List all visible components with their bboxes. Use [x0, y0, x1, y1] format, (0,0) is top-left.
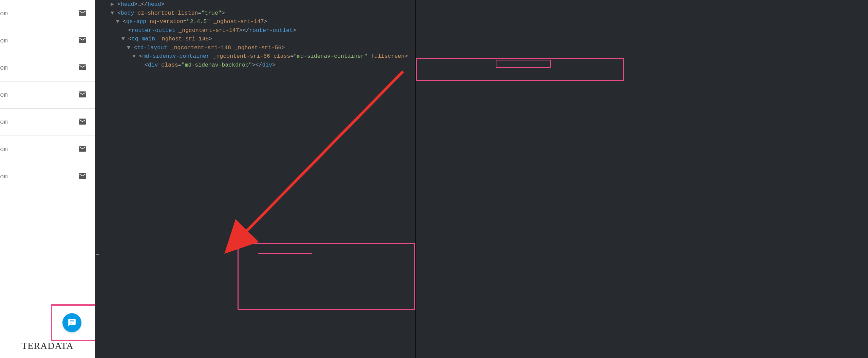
list-item-text: om	[0, 173, 8, 180]
app-preview-panel: om om om om om om om TERADATA	[0, 0, 95, 358]
disclosure-triangle-icon[interactable]: ▼	[121, 36, 125, 42]
list-item-text: om	[0, 64, 8, 72]
dom-node[interactable]: <div class="md-sidenav-backdrop"></div>	[95, 61, 415, 70]
list-item[interactable]: om	[0, 109, 95, 136]
list-item[interactable]: om	[0, 82, 95, 109]
list-item-text: om	[0, 119, 8, 126]
list-item-text: om	[0, 10, 8, 17]
list-item[interactable]: om	[0, 136, 95, 163]
ellipsis-icon: ⋯	[96, 251, 100, 259]
mail-icon	[78, 36, 87, 46]
mail-icon	[78, 144, 87, 155]
brand-logo: TERADATA	[0, 334, 95, 358]
dom-tree[interactable]: ▶ <head>…</head>▼ <body cz-shortcut-list…	[95, 0, 415, 70]
list-item-text: om	[0, 37, 8, 44]
message-icon	[68, 318, 76, 327]
dom-node[interactable]: ▼ <td-layout _ngcontent-sri-148 _nghost-…	[95, 43, 415, 52]
list-item[interactable]: om	[0, 0, 95, 27]
list-item-text: om	[0, 91, 8, 99]
mail-icon	[78, 8, 87, 19]
dom-node[interactable]: ▼ <md-sidenav-container _ngcontent-sri-5…	[95, 52, 415, 61]
dom-node[interactable]: ▼ <qs-app ng-version="2.4.5" _nghost-sri…	[95, 17, 415, 26]
mail-icon	[78, 117, 87, 127]
dom-node[interactable]: ▼ <tq-main _nghost-sri-148>	[95, 35, 415, 43]
annotation-underline	[258, 253, 312, 254]
annotation-box	[496, 60, 551, 68]
mail-list: om om om om om om om	[0, 0, 95, 334]
dom-node[interactable]: ▶ <head>…</head>	[95, 0, 415, 9]
mail-icon	[78, 63, 87, 73]
disclosure-triangle-icon[interactable]: ▼	[127, 44, 130, 51]
annotation-box	[238, 243, 415, 310]
list-item[interactable]: om	[0, 54, 95, 82]
disclosure-triangle-icon[interactable]: ▶	[111, 1, 114, 7]
fab-wrap	[62, 313, 81, 332]
disclosure-triangle-icon[interactable]: ▼	[132, 53, 136, 59]
mail-icon	[78, 172, 87, 182]
list-item[interactable]: om	[0, 27, 95, 54]
dom-node[interactable]: ▼ <body cz-shortcut-listen="true">	[95, 9, 415, 18]
list-item-text: om	[0, 146, 8, 153]
mail-icon	[78, 90, 87, 100]
send-message-fab[interactable]	[62, 313, 81, 332]
annotation-box	[416, 58, 624, 81]
elements-panel[interactable]: ▶ <head>…</head>▼ <body cz-shortcut-list…	[95, 0, 415, 358]
disclosure-triangle-icon[interactable]: ▼	[111, 10, 114, 16]
styles-panel[interactable]	[415, 0, 868, 358]
dom-node[interactable]: <router-outlet _ngcontent-sri-147></rout…	[95, 26, 415, 35]
disclosure-triangle-icon[interactable]: ▼	[116, 18, 119, 25]
list-item[interactable]: om	[0, 163, 95, 190]
